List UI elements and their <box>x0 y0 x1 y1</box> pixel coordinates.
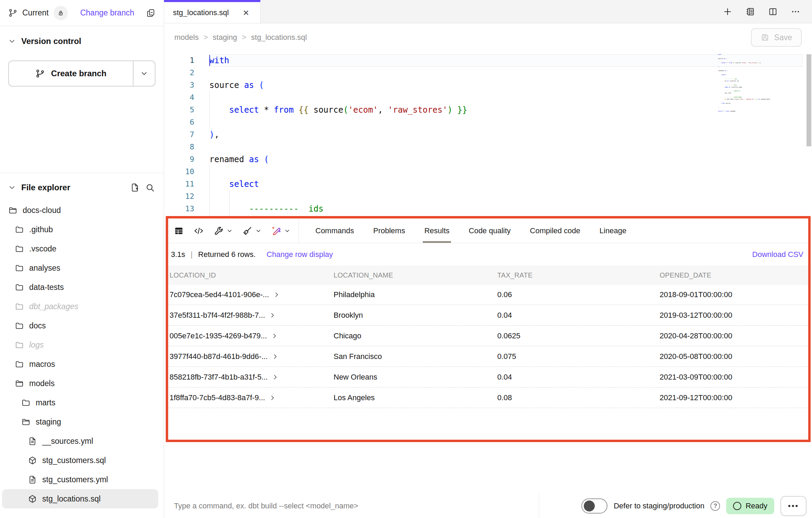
panel-tab-problems[interactable]: Problems <box>363 218 415 243</box>
more-actions-button[interactable] <box>780 496 807 516</box>
tree-item-vscode[interactable]: .vscode <box>2 239 158 258</box>
panel-tab-results[interactable]: Results <box>415 218 459 243</box>
close-icon[interactable] <box>243 9 251 17</box>
panel-tab-code-quality[interactable]: Code quality <box>459 218 520 243</box>
change-branch-link[interactable]: Change branch <box>80 8 134 18</box>
more-options-icon[interactable] <box>791 7 800 16</box>
chevron-right-icon[interactable] <box>271 333 278 339</box>
copy-icon[interactable] <box>146 8 155 18</box>
save-icon <box>761 33 769 42</box>
tree-item-sources-yml[interactable]: __sources.yml <box>2 431 158 451</box>
tree-item-label: docs <box>29 321 46 330</box>
sidebar: Current Change branch Version control <box>0 0 164 518</box>
table-icon <box>174 226 184 236</box>
tree-item-label: stg_customers.sql <box>42 456 106 465</box>
code-line-4: 4 <box>164 91 812 104</box>
new-tab-icon[interactable] <box>723 7 732 16</box>
code-line-12: 12 <box>164 190 812 203</box>
breadcrumb-item-models[interactable]: models <box>174 33 199 42</box>
code-line-8: 8 <box>164 141 812 153</box>
location-id-value: 1f8ffa70-7cb5-4d83-8a7f-9... <box>170 393 265 402</box>
tree-item-logs[interactable]: logs <box>2 335 158 354</box>
create-branch-button[interactable]: Create branch <box>9 61 133 86</box>
tree-item-dbt-packages[interactable]: dbt_packages <box>2 297 158 316</box>
broom-tool-button[interactable] <box>242 226 262 236</box>
tree-item-staging[interactable]: staging <box>2 412 158 431</box>
chevron-right-icon[interactable] <box>269 394 276 401</box>
code-text: ---------- ids <box>209 203 802 215</box>
create-branch-label: Create branch <box>51 69 106 78</box>
editor-scrollbar[interactable] <box>807 54 811 146</box>
table-row: 7c079cea-5ed4-4101-906e-...Philadelphia0… <box>168 284 808 305</box>
chevron-right-icon[interactable] <box>273 291 280 298</box>
new-file-icon[interactable] <box>130 183 140 192</box>
code-text <box>209 190 802 203</box>
line-number: 4 <box>164 91 194 104</box>
folder-icon <box>21 398 31 407</box>
cell-tax-rate: 0.06 <box>496 290 658 299</box>
help-icon[interactable]: ? <box>710 501 720 511</box>
file-icon <box>28 475 37 484</box>
code-text <box>209 91 802 104</box>
version-control-header[interactable]: Version control <box>8 36 155 46</box>
tree-item-marts[interactable]: marts <box>2 393 158 412</box>
text-cursor <box>209 55 210 66</box>
command-input[interactable] <box>166 502 526 510</box>
panel-toolbar: CommandsProblemsResultsCode qualityCompi… <box>168 218 808 243</box>
minimap[interactable]: with source as ( select * from {{ source… <box>718 54 804 118</box>
tab-stg-locations-sql[interactable]: stg_locations.sql <box>164 0 260 23</box>
breadcrumb-item-staging[interactable]: staging <box>213 33 237 42</box>
folder-icon <box>15 283 24 292</box>
cell-opened-date: 2021-03-09T00:00:00 <box>658 373 808 382</box>
notebook-icon[interactable] <box>745 7 755 16</box>
search-icon[interactable] <box>145 183 155 192</box>
folder-icon <box>15 340 24 350</box>
tree-item-analyses[interactable]: analyses <box>2 258 158 278</box>
tree-item-data-tests[interactable]: data-tests <box>2 278 158 297</box>
tree-item-models[interactable]: models <box>2 374 158 393</box>
table-tool-button[interactable] <box>174 226 184 236</box>
tree-item-github[interactable]: .github <box>2 220 158 239</box>
save-button[interactable]: Save <box>751 28 802 47</box>
chevron-right-icon[interactable] <box>272 353 279 360</box>
download-csv-link[interactable]: Download CSV <box>752 250 803 259</box>
code-line-9: 9renamed as ( <box>164 153 812 166</box>
create-branch-menu-button[interactable] <box>133 61 155 86</box>
folder-icon <box>15 302 24 311</box>
tree-item-label: marts <box>36 398 56 407</box>
change-row-display-link[interactable]: Change row display <box>267 250 333 259</box>
status-circle-icon <box>733 502 741 510</box>
cell-location-name: San Francisco <box>332 352 496 361</box>
tree-item-macros[interactable]: macros <box>2 354 158 374</box>
folder-icon <box>15 244 24 254</box>
split-editor-icon[interactable] <box>768 7 778 16</box>
defer-toggle[interactable] <box>581 498 607 514</box>
tree-item-label: logs <box>29 340 44 350</box>
tree-item-docs[interactable]: docs <box>2 316 158 335</box>
column-header-opened-date: OPENED_DATE <box>658 271 808 279</box>
save-label: Save <box>774 33 792 42</box>
magic-tool-button[interactable] <box>271 226 290 236</box>
cell-location-name: Philadelphia <box>332 290 496 299</box>
tree-item-stg-locations-sql[interactable]: stg_locations.sql <box>2 489 158 508</box>
file-explorer-header[interactable]: File explorer <box>0 173 164 197</box>
magic-icon <box>271 226 281 236</box>
code-tool-button[interactable] <box>194 226 204 236</box>
panel-tools <box>168 218 299 243</box>
chevron-right-icon[interactable] <box>269 312 276 319</box>
tree-item-docs-cloud[interactable]: docs-cloud <box>2 201 158 220</box>
chevron-right-icon[interactable] <box>272 374 279 381</box>
folder-open-icon <box>21 417 31 427</box>
line-number: 10 <box>164 166 194 178</box>
panel-tab-compiled-code[interactable]: Compiled code <box>520 218 590 243</box>
results-panel: CommandsProblemsResultsCode qualityCompi… <box>166 216 811 442</box>
cell-location-id: 37e5f311-b7f4-4f2f-988b-7... <box>168 311 332 320</box>
tree-item-stg-customers-sql[interactable]: stg_customers.sql <box>2 451 158 470</box>
table-row: 005e7e1c-1935-4269-b479...Chicago0.06252… <box>168 326 808 346</box>
tree-item-stg-customers-yml[interactable]: stg_customers.yml <box>2 470 158 489</box>
wrench-tool-button[interactable] <box>213 226 233 236</box>
panel-tab-lineage[interactable]: Lineage <box>590 218 636 243</box>
panel-tab-commands[interactable]: Commands <box>306 218 363 243</box>
meta-separator: | <box>191 250 193 259</box>
breadcrumb-item-stg-locations-sql[interactable]: stg_locations.sql <box>251 33 307 42</box>
